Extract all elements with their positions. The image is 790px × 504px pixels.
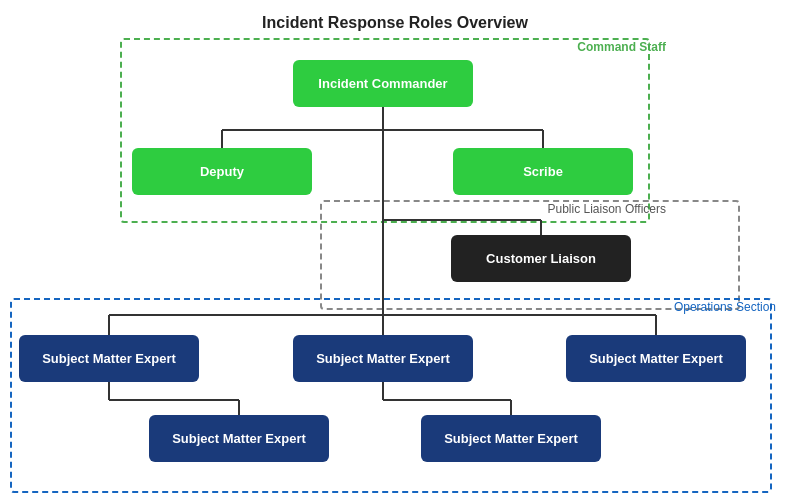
sme5-node: Subject Matter Expert <box>421 415 601 462</box>
page: Incident Response Roles Overview Command… <box>0 0 790 504</box>
sme2-node: Subject Matter Expert <box>293 335 473 382</box>
command-staff-label: Command Staff <box>577 40 666 54</box>
sme1-node: Subject Matter Expert <box>19 335 199 382</box>
deputy-node: Deputy <box>132 148 312 195</box>
sme3-node: Subject Matter Expert <box>566 335 746 382</box>
ops-box <box>10 298 772 493</box>
incident-commander-node: Incident Commander <box>293 60 473 107</box>
page-title: Incident Response Roles Overview <box>0 0 790 32</box>
customer-liaison-node: Customer Liaison <box>451 235 631 282</box>
ops-label: Operations Section <box>674 300 776 314</box>
sme4-node: Subject Matter Expert <box>149 415 329 462</box>
scribe-node: Scribe <box>453 148 633 195</box>
plo-label: Public Liaison Officers <box>548 202 667 216</box>
